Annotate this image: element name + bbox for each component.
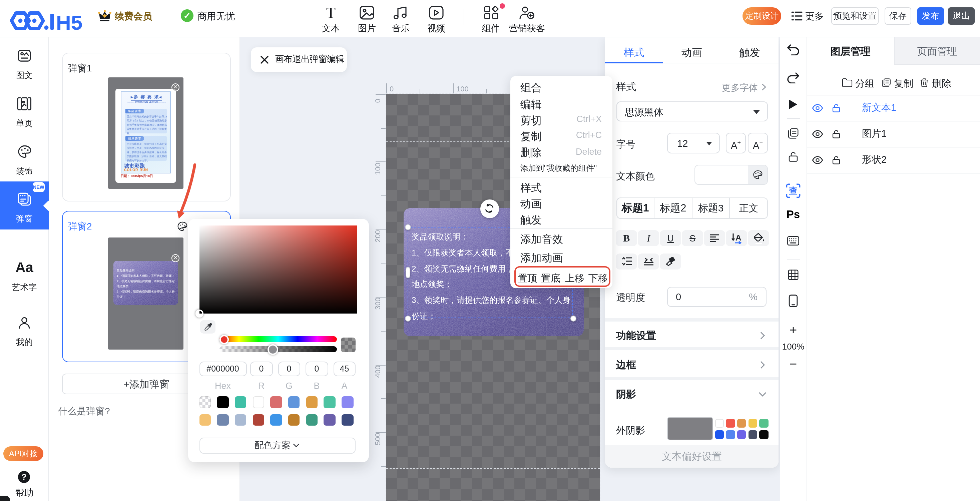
svg-text:H5: H5	[56, 11, 82, 30]
svg-text:T: T	[326, 5, 336, 20]
svg-text:A: A	[735, 233, 741, 242]
svg-text:查: 查	[789, 186, 797, 196]
